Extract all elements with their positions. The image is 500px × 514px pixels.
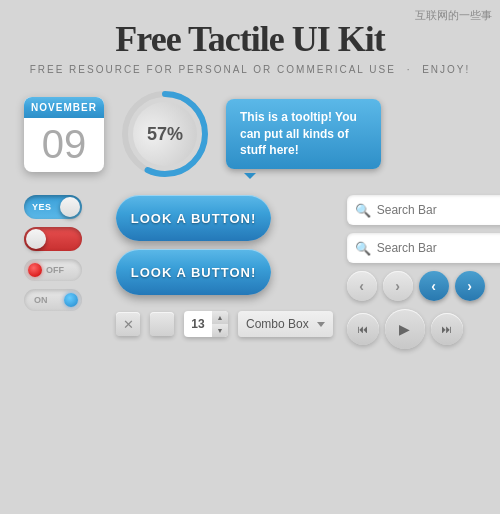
toggles-column: YES NO OFF ON xyxy=(24,195,102,311)
play-button[interactable]: ▶ xyxy=(385,309,425,349)
calendar-month: November xyxy=(24,97,104,118)
search-input-2[interactable] xyxy=(377,241,500,255)
number-input[interactable] xyxy=(184,317,212,331)
calendar-day: 09 xyxy=(24,124,104,164)
toggle-yes-label: YES xyxy=(32,202,52,212)
toggle-yes-thumb xyxy=(60,197,80,217)
search-icon-1: 🔍 xyxy=(355,203,371,218)
pagination-row: ‹ › ‹ › xyxy=(347,271,500,301)
media-player: ⏮ ▶ ⏭ xyxy=(347,309,500,349)
spinner-up[interactable]: ▲ xyxy=(212,311,228,324)
tooltip-text: This is a tooltip! You can put all kinds… xyxy=(240,110,357,158)
prev-arrow-dark[interactable]: ‹ xyxy=(419,271,449,301)
spinner-down[interactable]: ▼ xyxy=(212,324,228,337)
prev-arrow-light[interactable]: ‹ xyxy=(347,271,377,301)
toggle-off-dot xyxy=(28,263,42,277)
right-column: 🔍 🔍 ‹ › ‹ › ⏮ ▶ ⏭ xyxy=(347,195,500,349)
circular-progress: 57% xyxy=(120,89,210,179)
toggle-on-label: ON xyxy=(34,295,48,305)
toggle-no[interactable]: NO xyxy=(24,227,82,251)
checkbox-x[interactable]: ✕ xyxy=(116,312,140,336)
toggle-on-dot xyxy=(64,293,78,307)
number-spinners: ▲ ▼ xyxy=(212,311,228,337)
rewind-button[interactable]: ⏮ xyxy=(347,313,379,345)
bottom-controls: ✕ ▲ ▼ Combo Box xyxy=(116,311,333,337)
toggle-off[interactable]: OFF xyxy=(24,259,82,281)
combo-box[interactable]: Combo Box xyxy=(238,311,333,337)
combo-box-arrow-icon xyxy=(317,322,325,327)
toggle-on[interactable]: ON xyxy=(24,289,82,311)
components-row: November 09 57% xyxy=(24,89,476,179)
main-container: 互联网的一些事 Free Tactile UI Kit Free Resourc… xyxy=(0,0,500,365)
number-input-group: ▲ ▼ xyxy=(184,311,228,337)
look-button-2[interactable]: LOOK A BUTTON! xyxy=(116,249,271,295)
calendar-widget: November 09 xyxy=(24,97,104,172)
page-title: Free Tactile UI Kit xyxy=(24,18,476,60)
checkbox-empty[interactable] xyxy=(150,312,174,336)
next-arrow-light[interactable]: › xyxy=(383,271,413,301)
search-bar-2[interactable]: 🔍 xyxy=(347,233,500,263)
toggle-off-label: OFF xyxy=(46,265,64,275)
combo-box-label: Combo Box xyxy=(246,317,309,331)
search-icon-2: 🔍 xyxy=(355,241,371,256)
progress-percentage: 57% xyxy=(147,124,183,145)
header: Free Tactile UI Kit Free Resource for Pe… xyxy=(24,18,476,75)
second-row: YES NO OFF ON LOOK A BUTTON! LOOK A BU xyxy=(24,195,476,349)
watermark: 互联网的一些事 xyxy=(415,8,492,23)
search-input-1[interactable] xyxy=(377,203,500,217)
next-arrow-dark[interactable]: › xyxy=(455,271,485,301)
tooltip-bubble: This is a tooltip! You can put all kinds… xyxy=(226,99,381,169)
toggle-yes[interactable]: YES xyxy=(24,195,82,219)
search-bar-1[interactable]: 🔍 xyxy=(347,195,500,225)
toggle-no-thumb xyxy=(26,229,46,249)
look-button-1[interactable]: LOOK A BUTTON! xyxy=(116,195,271,241)
page-subtitle: Free Resource for Personal or Commerical… xyxy=(24,64,476,75)
fast-forward-button[interactable]: ⏭ xyxy=(431,313,463,345)
buttons-column: LOOK A BUTTON! LOOK A BUTTON! ✕ ▲ ▼ Comb… xyxy=(116,195,333,337)
